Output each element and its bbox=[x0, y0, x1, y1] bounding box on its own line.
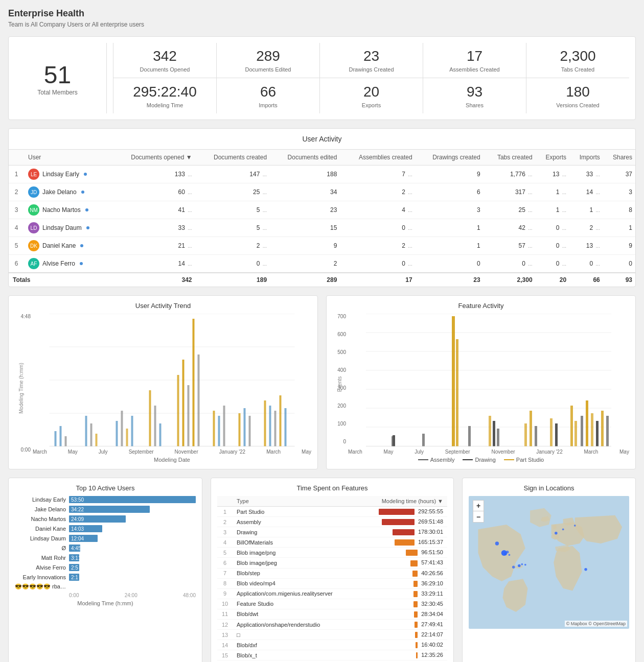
svg-rect-60 bbox=[586, 400, 588, 446]
drawings: 6 bbox=[416, 183, 484, 201]
user-name: Alvise Ferro bbox=[42, 260, 75, 267]
total-tabs: 2,300 bbox=[484, 273, 536, 287]
assemblies: 0 ... bbox=[340, 219, 415, 237]
user-tag bbox=[86, 226, 89, 229]
col-tabs: Tabs created bbox=[484, 150, 536, 166]
feature-type: Assembly bbox=[233, 517, 359, 527]
svg-rect-16 bbox=[154, 406, 156, 446]
user-activity-trend-card: User Activity Trend 4:48 0:00 Modeling T… bbox=[8, 295, 318, 469]
docs-edited: 15 bbox=[270, 219, 340, 237]
svg-rect-11 bbox=[116, 421, 118, 446]
feature-type: Blob/dxf bbox=[233, 640, 359, 650]
shares: 0 bbox=[603, 255, 635, 273]
shares: 9 bbox=[603, 237, 635, 255]
docs-opened: 14 ... bbox=[110, 255, 195, 273]
feature-rank: 2 bbox=[217, 517, 233, 527]
docs-opened: 60 ... bbox=[110, 183, 195, 201]
stat-label: Documents Opened bbox=[140, 66, 190, 73]
user-bar: 53:50 bbox=[69, 496, 196, 503]
docs-edited: 2 bbox=[270, 255, 340, 273]
feature-rank: 5 bbox=[217, 548, 233, 558]
stat-label: Drawings Created bbox=[349, 66, 394, 73]
svg-rect-9 bbox=[90, 423, 93, 446]
user-tag bbox=[81, 191, 84, 194]
feature-rank: 14 bbox=[217, 640, 233, 650]
features-title: Time Spent on Features bbox=[217, 484, 447, 492]
feature-row: 10 Feature Studio 32:30:45 bbox=[217, 599, 447, 609]
feature-rank: 12 bbox=[217, 620, 233, 630]
drawings: 9 bbox=[416, 166, 484, 183]
user-tag bbox=[85, 208, 88, 211]
bottom-row: Top 10 Active Users Lindsay Early 53:50 … bbox=[8, 478, 636, 662]
zoom-out-button[interactable]: − bbox=[473, 511, 484, 523]
total-members-label: Total Members bbox=[37, 89, 78, 96]
stat-value: 17 bbox=[467, 48, 482, 64]
svg-point-77 bbox=[562, 529, 564, 531]
docs-created: 25 ... bbox=[195, 183, 270, 201]
feature-row: 7 Blob/step 40:26:56 bbox=[217, 568, 447, 578]
svg-rect-27 bbox=[244, 408, 246, 446]
svg-rect-23 bbox=[213, 411, 215, 446]
user-bar-container: 4:45 bbox=[69, 545, 196, 552]
table-row: 5 DK Daniel Kane 21 ... 2 ... 9 2 ... 1 … bbox=[9, 237, 635, 255]
svg-rect-7 bbox=[65, 436, 67, 446]
user-bar-container: 53:50 bbox=[69, 496, 196, 503]
feature-rank: 11 bbox=[217, 609, 233, 619]
stat-value: 20 bbox=[363, 84, 379, 100]
stat-card: 289Documents Edited bbox=[216, 43, 319, 78]
svg-rect-58 bbox=[574, 421, 577, 446]
feature-time-cell: 36:29:10 bbox=[359, 578, 447, 588]
exports: 0 ... bbox=[536, 237, 570, 255]
svg-rect-8 bbox=[85, 416, 87, 446]
svg-rect-21 bbox=[193, 319, 195, 446]
total-shares: 93 bbox=[603, 273, 635, 287]
trend-chart-title: User Activity Trend bbox=[15, 302, 311, 310]
user-bar: 12:04 bbox=[69, 535, 98, 542]
user-activity-section: User Activity User Documents opened ▼ Do… bbox=[8, 128, 636, 287]
total-docs-edited: 289 bbox=[270, 273, 340, 287]
svg-rect-31 bbox=[274, 411, 277, 446]
user-bar-label: Ø bbox=[15, 545, 66, 551]
table-row: 3 NM Nacho Martos 41 ... 5 ... 23 4 ... … bbox=[9, 201, 635, 219]
user-bar: 14:03 bbox=[69, 525, 102, 532]
user-bar-container: 3:11 bbox=[69, 554, 196, 561]
docs-created: 0 ... bbox=[195, 255, 270, 273]
feature-type: Blob/dwt bbox=[233, 609, 359, 619]
imports: 33 ... bbox=[569, 166, 603, 183]
table-row: 1 LE Lindsay Early 133 ... 147 ... 188 7… bbox=[9, 166, 635, 183]
feature-rank: 3 bbox=[217, 527, 233, 537]
map-container: + − bbox=[469, 496, 629, 629]
svg-rect-62 bbox=[596, 421, 599, 446]
drawings: 1 bbox=[416, 237, 484, 255]
row-rank: 1 bbox=[9, 166, 24, 183]
exports: 13 ... bbox=[536, 166, 570, 183]
assemblies: 2 ... bbox=[340, 183, 415, 201]
feature-rank: 9 bbox=[217, 588, 233, 599]
user-bar-label: Jake Delano bbox=[15, 506, 66, 512]
row-rank: 3 bbox=[9, 201, 24, 219]
feature-time-col[interactable]: Modeling time (hours) ▼ bbox=[359, 496, 447, 507]
feature-activity-card: Feature Activity 700 600 500 400 300 200… bbox=[326, 295, 636, 469]
tabs: 1,776 ... bbox=[484, 166, 536, 183]
svg-rect-12 bbox=[121, 411, 123, 446]
total-drawings: 23 bbox=[416, 273, 484, 287]
totals-row: Totals 342 189 289 17 23 2,300 20 66 93 bbox=[9, 273, 635, 287]
feature-row: 11 Blob/dwt 28:34:04 bbox=[217, 609, 447, 619]
user-bar-container: 2:1 bbox=[69, 574, 196, 581]
feature-row: 1 Part Studio 292:55:55 bbox=[217, 507, 447, 517]
svg-point-70 bbox=[506, 551, 509, 554]
col-docs-opened[interactable]: Documents opened ▼ bbox=[110, 150, 195, 166]
col-rank bbox=[9, 150, 24, 166]
docs-edited: 34 bbox=[270, 183, 340, 201]
row-user: JD Jake Delano bbox=[24, 183, 110, 201]
stat-label: Documents Edited bbox=[245, 66, 291, 73]
feature-time-cell: 57:41:43 bbox=[359, 558, 447, 568]
feature-rank: 10 bbox=[217, 599, 233, 609]
zoom-in-button[interactable]: + bbox=[473, 500, 484, 511]
map-title: Sign in Locations bbox=[469, 484, 629, 492]
user-bar-label: Early Innovations bbox=[15, 574, 66, 580]
svg-rect-33 bbox=[285, 408, 287, 446]
page-title: Enterprise Health bbox=[8, 8, 636, 19]
svg-rect-5 bbox=[55, 431, 57, 446]
svg-rect-13 bbox=[126, 429, 128, 446]
